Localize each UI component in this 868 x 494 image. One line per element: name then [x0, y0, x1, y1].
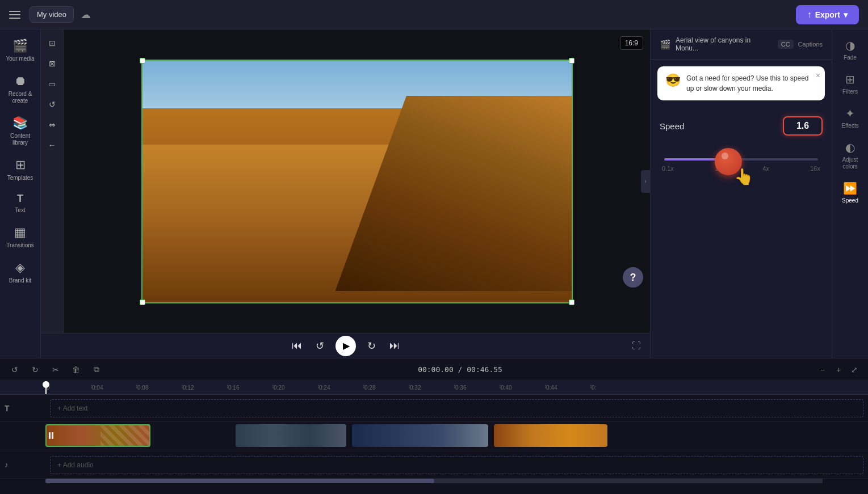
skip-back-button[interactable]: ⏮ [290, 337, 304, 354]
timeline-ruler: 0 0:04 0:08 0:12 0:16 0:20 0:24 0:28 0:3… [0, 381, 868, 395]
delete-button[interactable]: 🗑 [68, 362, 84, 378]
add-text-button[interactable]: + Add text [50, 399, 863, 417]
sidebar-item-content-library[interactable]: 📚 Content library [2, 111, 39, 151]
zoom-in-button[interactable]: + [832, 363, 845, 377]
tooltip-close-button[interactable]: × [816, 71, 820, 80]
rotate-tool-button[interactable]: ↺ [43, 95, 61, 113]
video-title: Aerial view of canyons in Monu... [676, 36, 773, 52]
tooltip-emoji: 😎 [665, 73, 681, 88]
sidebar-item-text[interactable]: T Text [2, 188, 39, 218]
topbar: My video ☁ ↑ Export ▾ [0, 0, 868, 29]
audio-track-row: ♪ + Add audio [0, 451, 868, 479]
audio-track-icon: ♪ [5, 461, 9, 469]
ruler-mark: 0 [45, 385, 91, 391]
cloud-save-icon[interactable]: ☁ [81, 9, 91, 21]
aspect-ratio-badge: 16:9 [620, 36, 643, 50]
right-panel: 🎬 Aerial view of canyons in Monu... CC C… [650, 29, 832, 358]
export-icon: ↑ [807, 10, 812, 20]
timeline-toolbar: ↺ ↻ ✂ 🗑 ⧉ 00:00.00 / 00:46.55 − + ⤢ [0, 358, 868, 381]
speed-input[interactable] [783, 116, 823, 136]
zoom-out-button[interactable]: − [816, 363, 829, 377]
record-icon: ⏺ [14, 74, 27, 88]
time-separator: / [458, 365, 467, 374]
sidebar-item-templates[interactable]: ⊞ Templates [2, 153, 39, 186]
sidebar-item-record-create[interactable]: ⏺ Record & create [2, 69, 39, 109]
sidebar-item-brand-kit[interactable]: ◈ Brand kit [2, 256, 39, 289]
video-clip-2[interactable] [236, 424, 346, 447]
right-icon-fade[interactable]: ◑ Fade [835, 34, 866, 66]
project-name[interactable]: My video [30, 6, 74, 23]
speed-label: Speed [660, 121, 684, 131]
undo-button[interactable]: ↺ [7, 362, 23, 378]
ruler-mark: 0:28 [363, 385, 409, 391]
fade-label: Fade [844, 54, 857, 61]
speed-icon: ⏩ [843, 181, 857, 195]
expand-timeline-button[interactable]: ⤢ [848, 363, 861, 377]
fit-tool-button[interactable]: ⊡ [43, 34, 61, 52]
right-icon-filters[interactable]: ⊞ Filters [835, 68, 866, 100]
adjust-colors-label: Adjust colors [837, 157, 864, 170]
audio-track-label: ♪ [0, 461, 45, 469]
playhead-marker [43, 381, 49, 388]
cut-button[interactable]: ✂ [48, 362, 64, 378]
sidebar-item-label: Record & create [5, 91, 36, 104]
collapse-right-button[interactable]: › [641, 170, 650, 193]
main-layout: 🎬 Your media ⏺ Record & create 📚 Content… [0, 29, 868, 358]
video-clip-4[interactable] [494, 424, 607, 447]
duplicate-button[interactable]: ⧉ [89, 362, 104, 378]
timeline-tracks: T + Add text [0, 395, 868, 479]
add-audio-label: + Add audio [57, 461, 94, 469]
ruler-mark: 0: [590, 385, 636, 391]
playhead-line [45, 381, 47, 394]
skip-forward-button[interactable]: ⏭ [387, 337, 402, 354]
sidebar-item-transitions[interactable]: ▦ Transitions [2, 221, 39, 254]
add-audio-button[interactable]: + Add audio [50, 456, 863, 474]
right-icon-speed[interactable]: ⏩ Speed [835, 177, 866, 209]
timeline-scrollbar[interactable] [45, 479, 823, 483]
cc-button[interactable]: CC [778, 40, 794, 49]
adjust-colors-icon: ◐ [845, 141, 855, 154]
audio-track-content: + Add audio [45, 451, 868, 478]
export-button[interactable]: ↑ Export ▾ [796, 5, 859, 24]
library-icon: 📚 [12, 116, 28, 130]
redo-button[interactable]: ↻ [27, 362, 43, 378]
ruler-marks: 0 0:04 0:08 0:12 0:16 0:20 0:24 0:28 0:3… [45, 385, 636, 391]
video-track-row [0, 422, 868, 451]
speed-marker-3: 16x [810, 165, 820, 172]
back-tool-button[interactable]: ← [43, 136, 61, 154]
flip-tool-button[interactable]: ⇔ [43, 116, 61, 134]
menu-button[interactable] [9, 8, 23, 22]
effects-label: Effects [841, 123, 858, 129]
speed-sidebar-label: Speed [842, 197, 858, 204]
sidebar-item-your-media[interactable]: 🎬 Your media [2, 34, 39, 67]
right-icon-adjust-colors[interactable]: ◐ Adjust colors [835, 136, 866, 175]
fullscreen-button[interactable]: ⛶ [632, 341, 641, 351]
rewind-button[interactable]: ↺ [313, 337, 326, 354]
play-button[interactable]: ▶ [336, 336, 356, 356]
video-clip-3[interactable] [352, 424, 488, 447]
text-track-label: T [0, 404, 45, 413]
sidebar-item-label: Your media [6, 56, 34, 62]
ruler-mark: 0:44 [545, 385, 590, 391]
playback-bar: ⏮ ↺ ▶ ↻ ⏭ ⛶ [41, 333, 650, 358]
display-tool-button[interactable]: ▭ [43, 75, 61, 93]
speed-marker-2: 4x [762, 165, 769, 172]
ruler-mark: 0:08 [136, 385, 182, 391]
ruler-mark: 0:20 [272, 385, 318, 391]
video-clip-1[interactable] [45, 424, 150, 447]
add-text-label: + Add text [57, 404, 88, 412]
sidebar-item-label: Templates [7, 175, 33, 181]
right-icon-effects[interactable]: ✦ Effects [835, 102, 866, 134]
crop-tool-button[interactable]: ⊠ [43, 54, 61, 73]
brand-icon: ◈ [15, 260, 25, 275]
ruler-mark: 0:36 [454, 385, 500, 391]
canvas-area: 16:9 ? [64, 29, 650, 333]
help-button[interactable]: ? [623, 267, 643, 288]
video-preview [141, 60, 573, 303]
scrollbar-thumb[interactable] [45, 479, 434, 483]
filters-label: Filters [842, 88, 858, 95]
speed-track[interactable]: 👆 [664, 158, 818, 161]
speed-slider-container: 👆 0.1x 1x 4x 16x [660, 158, 823, 172]
time-display: 00:00.00 / 00:46.55 [418, 365, 502, 374]
fast-forward-button[interactable]: ↻ [365, 337, 378, 354]
